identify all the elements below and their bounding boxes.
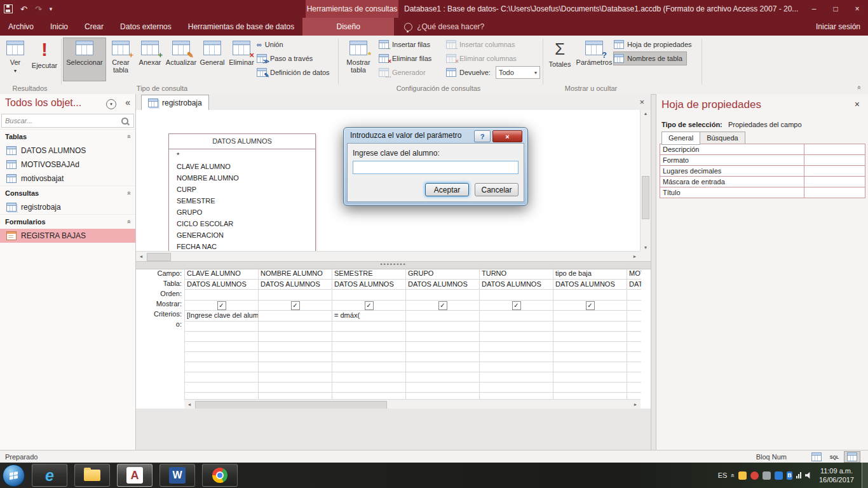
orden-cell[interactable]: [259, 290, 332, 301]
show-checkbox[interactable]: ✓: [586, 301, 595, 310]
tab-datos-externos[interactable]: Datos externos: [112, 18, 180, 36]
empty-rows[interactable]: [406, 332, 479, 400]
o-cell[interactable]: [185, 322, 258, 332]
campo-cell[interactable]: NOMBRE ALUMNO: [259, 269, 332, 280]
data-definition-button[interactable]: ✎ Definición de datos: [257, 66, 330, 79]
field-item[interactable]: GRUPO: [169, 207, 315, 218]
delete-query-button[interactable]: × Eliminar: [227, 38, 255, 81]
tab-crear[interactable]: Crear: [76, 18, 112, 36]
nav-item-motivosbajad[interactable]: MOTIVOSBAJAd: [0, 158, 135, 172]
tabla-cell[interactable]: DATOS ALUMNOS: [406, 280, 479, 290]
show-checkbox[interactable]: ✓: [217, 301, 226, 310]
collapse-ribbon-icon[interactable]: »: [855, 86, 862, 90]
campo-cell[interactable]: CLAVE ALUMNO: [185, 269, 258, 280]
taskbar-word[interactable]: W: [159, 464, 195, 487]
make-table-button[interactable]: + Crear tabla: [107, 38, 135, 81]
empty-rows[interactable]: [185, 332, 258, 400]
table-names-button[interactable]: Nombres de tabla: [614, 52, 686, 65]
field-list-title[interactable]: DATOS ALUMNOS: [169, 134, 315, 149]
nav-search-box[interactable]: Buscar...: [1, 114, 134, 128]
empty-rows[interactable]: [480, 332, 553, 400]
vertical-scrollbar[interactable]: ▲ ▼: [640, 110, 651, 251]
o-cell[interactable]: [627, 322, 641, 332]
nav-item-registra-bajas[interactable]: REGISTRA BAJAS: [0, 229, 135, 243]
close-property-sheet-icon[interactable]: ×: [855, 99, 860, 109]
show-desktop-button[interactable]: [862, 463, 868, 488]
tabla-cell[interactable]: DATOS ALUMNOS: [332, 280, 405, 290]
criterios-cell[interactable]: [Ingrese clave del alum: [185, 311, 258, 322]
scroll-right-icon[interactable]: ►: [630, 252, 640, 261]
property-value[interactable]: [804, 155, 865, 165]
scroll-down-icon[interactable]: ▼: [641, 245, 651, 250]
pass-through-button[interactable]: ≫ Paso a través: [257, 52, 313, 65]
totals-button[interactable]: Σ Totales: [545, 38, 574, 81]
tray-app-icon[interactable]: [763, 471, 771, 480]
volume-icon[interactable]: [805, 471, 813, 479]
empty-rows[interactable]: [332, 332, 405, 400]
tell-me-box[interactable]: ¿Qué desea hacer?: [404, 18, 484, 36]
campo-cell[interactable]: MOTIV: [627, 269, 641, 280]
return-select[interactable]: Todo ▾: [496, 66, 540, 79]
o-cell[interactable]: [332, 322, 405, 332]
hidden-icons-chevron[interactable]: »: [729, 473, 736, 477]
field-item[interactable]: GENERACION: [169, 229, 315, 241]
undo-icon[interactable]: ↶: [20, 5, 27, 13]
show-checkbox[interactable]: ✓: [512, 301, 521, 310]
show-checkbox[interactable]: ✓: [365, 301, 374, 310]
orden-cell[interactable]: [185, 290, 258, 301]
tabla-cell[interactable]: DATOS ALUMNOS: [480, 280, 553, 290]
close-document-icon[interactable]: ×: [639, 97, 644, 107]
tray-notification-icon[interactable]: [750, 471, 759, 480]
tab-inicio[interactable]: Inicio: [42, 18, 76, 36]
nav-title[interactable]: Todos los objet...: [5, 97, 81, 109]
taskbar-internet-explorer[interactable]: e: [32, 464, 67, 487]
network-signal-icon[interactable]: [796, 472, 801, 478]
qat-customize-icon[interactable]: ▾: [50, 6, 53, 12]
tabla-cell[interactable]: DATOS ALUMNOS: [553, 280, 627, 290]
nav-item-motivosbajat[interactable]: motivosbajat: [0, 172, 135, 186]
orden-cell[interactable]: [332, 290, 405, 301]
nav-item-datos-alumnos[interactable]: DATOS ALUMNOS: [0, 144, 135, 158]
criterios-cell[interactable]: [627, 311, 641, 322]
o-cell[interactable]: [406, 322, 479, 332]
select-query-button[interactable]: Seleccionar: [64, 38, 105, 81]
o-cell[interactable]: [553, 322, 627, 332]
view-button[interactable]: Ver▾: [3, 38, 28, 81]
show-checkbox[interactable]: ✓: [438, 301, 447, 310]
field-item[interactable]: SEMESTRE: [169, 195, 315, 207]
criterios-cell[interactable]: [553, 311, 627, 322]
property-value[interactable]: [804, 166, 865, 176]
append-button[interactable]: + Anexar: [136, 38, 164, 81]
scroll-up-icon[interactable]: ▲: [641, 111, 651, 116]
o-cell[interactable]: [480, 322, 553, 332]
nav-section-tablas[interactable]: Tablas »: [0, 129, 135, 144]
field-item[interactable]: *: [169, 149, 315, 161]
field-list[interactable]: DATOS ALUMNOS * CLAVE ALUMNO NOMBRE ALUM…: [168, 133, 316, 266]
update-button[interactable]: ✎ Actualizar: [165, 38, 197, 81]
crosstab-button[interactable]: General: [198, 38, 226, 81]
o-cell[interactable]: [259, 322, 332, 332]
campo-cell[interactable]: TURNO: [480, 269, 553, 280]
tray-messaging-icon[interactable]: [738, 471, 747, 480]
return-combo[interactable]: Devuelve: Todo ▾: [446, 66, 540, 79]
empty-rows[interactable]: [259, 332, 332, 400]
maximize-button[interactable]: □: [825, 0, 846, 18]
sign-in-button[interactable]: Iniciar sesión: [808, 18, 868, 36]
union-button[interactable]: ∞ Unión: [257, 38, 283, 51]
accept-button[interactable]: Aceptar: [425, 183, 469, 196]
parameters-button[interactable]: ? Parámetros: [576, 38, 613, 81]
tabla-cell[interactable]: DATOS ALUMNOS: [259, 280, 332, 290]
nav-section-consultas[interactable]: Consultas »: [0, 186, 135, 200]
close-button[interactable]: ×: [846, 0, 868, 18]
redo-icon[interactable]: ↷: [35, 5, 42, 13]
taskbar-access[interactable]: A: [117, 464, 153, 487]
criterios-cell[interactable]: [406, 311, 479, 322]
tab-diseno[interactable]: Diseño: [302, 18, 394, 36]
empty-rows[interactable]: [553, 332, 627, 400]
property-value[interactable]: [804, 187, 865, 198]
minimize-button[interactable]: –: [803, 0, 825, 18]
criterios-cell[interactable]: [480, 311, 553, 322]
delete-rows-button[interactable]: × Eliminar filas: [379, 52, 431, 65]
orden-cell[interactable]: [553, 290, 627, 301]
taskbar-file-explorer[interactable]: [74, 464, 110, 487]
